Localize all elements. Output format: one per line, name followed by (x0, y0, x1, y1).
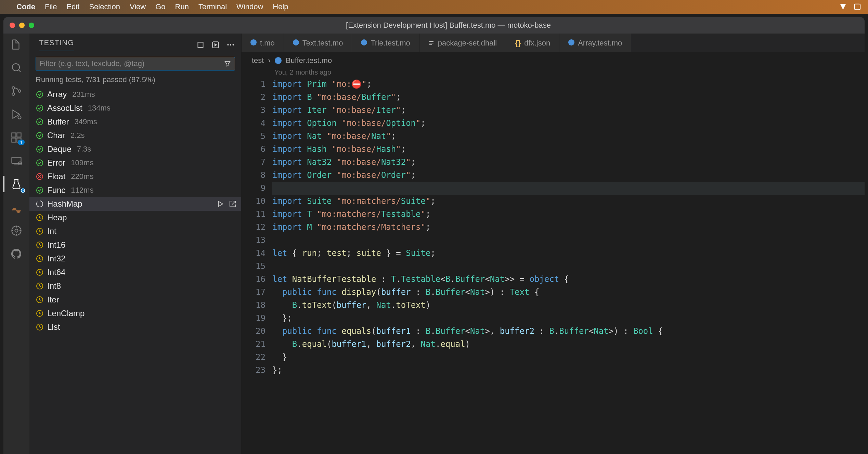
test-duration: 220ms (71, 172, 93, 181)
extensions-badge: 1 (18, 140, 25, 145)
menu-help[interactable]: Help (273, 2, 288, 11)
test-item-deque[interactable]: Deque 7.3s (29, 142, 241, 156)
stop-tests-icon[interactable] (196, 40, 205, 49)
test-item-assoclist[interactable]: AssocList 134ms (29, 101, 241, 115)
test-state-icon (36, 296, 44, 304)
test-item-int32[interactable]: Int32 (29, 252, 241, 265)
test-name: Heap (47, 213, 67, 222)
search-icon[interactable] (10, 61, 23, 75)
menubar-indicator-icon[interactable] (839, 3, 847, 11)
editor-tab[interactable]: package-set.dhall (419, 34, 506, 52)
tab-label: Trie.test.mo (371, 39, 410, 48)
run-test-icon[interactable] (217, 200, 224, 208)
test-name: Int (47, 226, 56, 236)
menu-app[interactable]: Code (16, 2, 35, 11)
test-name: HashMap (47, 199, 82, 209)
extensions-icon[interactable]: 1 (10, 131, 23, 144)
menu-view[interactable]: View (130, 2, 146, 11)
menu-terminal[interactable]: Terminal (198, 2, 227, 11)
github-icon[interactable] (10, 247, 23, 261)
svg-point-2 (12, 87, 15, 89)
svg-point-14 (15, 229, 18, 232)
breadcrumb[interactable]: test › Buffer.test.mo (242, 53, 865, 68)
file-icon (361, 39, 367, 48)
git-blame-annotation: You, 2 months ago (242, 68, 865, 78)
test-state-icon (36, 186, 44, 194)
test-item-char[interactable]: Char 2.2s (29, 129, 241, 142)
tab-label: dfx.json (524, 39, 550, 48)
test-duration: 2.2s (70, 131, 85, 140)
test-state-icon (36, 255, 44, 263)
code-editor[interactable]: 1234567891011121314151617181920212223 im… (242, 78, 865, 454)
menu-window[interactable]: Window (236, 2, 263, 11)
menu-file[interactable]: File (45, 2, 57, 11)
test-item-buffer[interactable]: Buffer 349ms (29, 115, 241, 129)
test-item-lenclamp[interactable]: LenClamp (29, 307, 241, 320)
gitlens-icon[interactable] (10, 224, 23, 237)
test-item-list[interactable]: List (29, 320, 241, 334)
test-name: AssocList (47, 103, 82, 113)
editor-tab[interactable]: t.mo (242, 34, 284, 52)
svg-point-1 (12, 64, 20, 71)
svg-point-25 (37, 160, 43, 166)
test-state-icon (36, 323, 44, 331)
test-state-icon (36, 282, 44, 290)
svg-point-17 (227, 44, 229, 46)
test-item-iter[interactable]: Iter (29, 293, 241, 307)
editor-tab[interactable]: Text.test.mo (284, 34, 352, 52)
goto-test-icon[interactable] (229, 200, 236, 208)
run-debug-icon[interactable] (10, 107, 23, 121)
test-filter-input[interactable] (36, 57, 235, 70)
test-filter-field[interactable] (39, 59, 224, 68)
macos-menubar: Code File Edit Selection View Go Run Ter… (0, 0, 868, 14)
svg-point-27 (37, 187, 43, 193)
menu-selection[interactable]: Selection (89, 2, 120, 11)
source-control-icon[interactable] (10, 84, 23, 98)
test-name: Char (47, 131, 65, 140)
close-window-button[interactable] (10, 23, 15, 28)
test-state-icon (36, 145, 44, 153)
debug-tests-icon[interactable] (211, 40, 220, 49)
test-name: Func (47, 185, 65, 195)
test-state-icon (36, 309, 44, 317)
test-item-int64[interactable]: Int64 (29, 265, 241, 279)
test-item-error[interactable]: Error 109ms (29, 156, 241, 170)
breadcrumb-folder[interactable]: test (252, 56, 264, 65)
svg-point-19 (232, 44, 234, 46)
filter-icon[interactable] (224, 60, 231, 67)
test-name: Int16 (47, 240, 65, 250)
test-item-heap[interactable]: Heap (29, 211, 241, 224)
menubar-app-icon[interactable] (854, 3, 861, 11)
bookmark-icon[interactable] (10, 200, 23, 214)
test-name: Int8 (47, 281, 61, 291)
test-name: Iter (47, 295, 59, 304)
menu-run[interactable]: Run (175, 2, 189, 11)
line-numbers: 1234567891011121314151617181920212223 (242, 78, 272, 454)
zoom-window-button[interactable] (29, 23, 34, 28)
menu-go[interactable]: Go (155, 2, 165, 11)
testing-icon[interactable] (10, 177, 23, 191)
more-actions-icon[interactable] (226, 40, 235, 49)
editor-tab[interactable]: Array.test.mo (559, 34, 631, 52)
test-item-array[interactable]: Array 231ms (29, 88, 241, 101)
code-content[interactable]: import Prim "mo:⛔";import B "mo:base/Buf… (272, 78, 865, 454)
file-icon (568, 39, 574, 48)
test-duration: 231ms (72, 90, 95, 99)
minimize-window-button[interactable] (19, 23, 25, 28)
test-item-int8[interactable]: Int8 (29, 279, 241, 293)
menu-edit[interactable]: Edit (66, 2, 79, 11)
svg-rect-6 (12, 133, 16, 137)
editor-tab[interactable]: {}dfx.json (506, 34, 559, 52)
explorer-icon[interactable] (10, 38, 23, 51)
test-item-float[interactable]: Float 220ms (29, 170, 241, 183)
tab-label: t.mo (260, 39, 275, 48)
test-item-int16[interactable]: Int16 (29, 238, 241, 252)
svg-point-21 (37, 105, 43, 111)
test-item-int[interactable]: Int (29, 224, 241, 238)
breadcrumb-file[interactable]: Buffer.test.mo (286, 56, 332, 65)
remote-explorer-icon[interactable] (10, 154, 23, 168)
editor-tab[interactable]: Trie.test.mo (352, 34, 419, 52)
test-item-hashmap[interactable]: HashMap (29, 197, 241, 211)
tab-label: Array.test.mo (578, 39, 622, 48)
test-item-func[interactable]: Func 112ms (29, 183, 241, 197)
